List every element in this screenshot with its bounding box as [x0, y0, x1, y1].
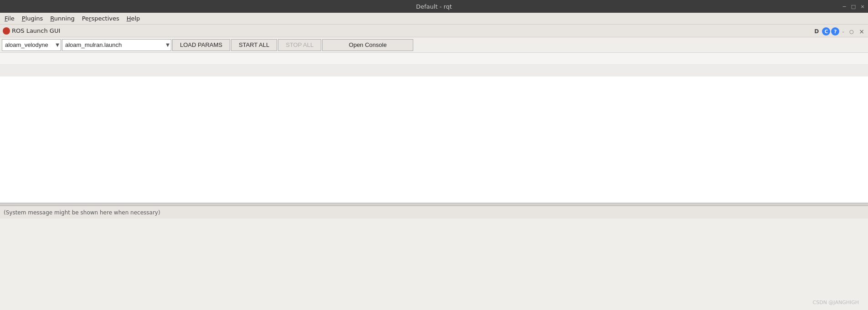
- menu-perspectives[interactable]: Perspectives: [78, 14, 123, 23]
- launch-dropdown-wrapper: aloam_mulran.launch ▼: [62, 39, 171, 51]
- menu-help-label: Help: [127, 15, 140, 22]
- maximize-button[interactable]: □: [850, 3, 857, 10]
- minimize-button[interactable]: −: [841, 3, 848, 10]
- panel-stripe-2: [0, 65, 868, 76]
- package-dropdown[interactable]: aloam_velodyne: [2, 39, 61, 51]
- tray-circle-icon[interactable]: ○: [847, 27, 856, 36]
- package-dropdown-wrapper: aloam_velodyne ▼: [2, 39, 61, 51]
- menu-file-label: File: [5, 15, 15, 22]
- tray-blue-icon[interactable]: C: [822, 27, 830, 36]
- menu-perspectives-label: Perspectives: [82, 15, 119, 22]
- menu-help[interactable]: Help: [123, 14, 144, 23]
- title-bar: Default - rqt − □ ×: [0, 0, 868, 13]
- app-window: Default - rqt − □ × File Plugins Running…: [0, 0, 868, 310]
- system-tray: D C ? - ○ ×: [812, 25, 868, 37]
- menu-running[interactable]: Running: [46, 14, 78, 23]
- watermark: CSDN @JANGHIGH: [813, 300, 859, 305]
- open-console-button[interactable]: Open Console: [322, 39, 413, 51]
- tray-d-icon[interactable]: D: [812, 27, 821, 36]
- panel-area: [0, 53, 868, 203]
- plugin-title-bar: ROS Launch GUI: [0, 25, 868, 37]
- tray-separator: -: [842, 28, 844, 35]
- tray-close-icon[interactable]: ×: [857, 27, 866, 36]
- status-message: (System message might be shown here when…: [4, 209, 160, 216]
- menu-running-label: Running: [50, 15, 74, 22]
- window-title: Default - rqt: [416, 3, 452, 10]
- toolbar: aloam_velodyne ▼ aloam_mulran.launch ▼ L…: [0, 37, 868, 53]
- watermark-text: CSDN @JANGHIGH: [813, 300, 859, 305]
- plugin-title-text: ROS Launch GUI: [12, 27, 60, 34]
- start-all-button[interactable]: START ALL: [231, 39, 277, 51]
- menu-file[interactable]: File: [1, 14, 18, 23]
- stop-all-button[interactable]: STOP ALL: [278, 39, 321, 51]
- window-controls: − □ ×: [841, 0, 868, 13]
- launch-dropdown[interactable]: aloam_mulran.launch: [62, 39, 171, 51]
- menu-plugins[interactable]: Plugins: [18, 14, 47, 23]
- menu-plugins-label: Plugins: [22, 15, 43, 22]
- status-bar: (System message might be shown here when…: [0, 206, 868, 219]
- load-params-button[interactable]: LOAD PARAMS: [172, 39, 230, 51]
- close-button[interactable]: ×: [859, 3, 866, 10]
- menu-bar: File Plugins Running Perspectives Help: [0, 13, 868, 25]
- panel-stripe-1: [0, 53, 868, 65]
- tray-help-icon[interactable]: ?: [831, 27, 839, 36]
- plugin-icon: [3, 27, 10, 35]
